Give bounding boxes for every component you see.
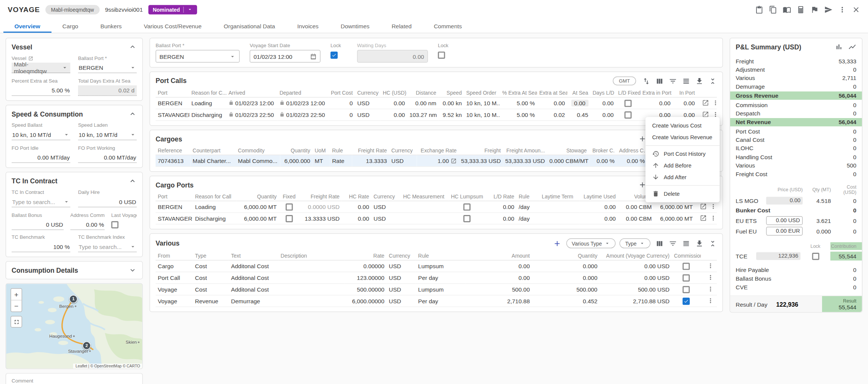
column-header[interactable]: Rule (517, 192, 539, 201)
column-header[interactable]: Text (229, 252, 278, 260)
checkbox[interactable] (463, 215, 471, 222)
last-voyage-checkbox[interactable] (111, 221, 118, 229)
kebab-menu-icon[interactable] (710, 203, 717, 210)
column-header[interactable]: Freight (459, 146, 503, 155)
column-header[interactable]: Freight Rate (300, 192, 342, 201)
columns-icon[interactable] (656, 77, 664, 85)
checkbox[interactable] (286, 203, 293, 210)
tab-various-cost-revenue[interactable]: Various Cost/Revenue (133, 19, 212, 33)
kebab-menu-icon[interactable] (707, 262, 714, 269)
open-in-new-icon[interactable] (28, 56, 33, 61)
map-attribution[interactable]: Leaflet | © OpenStreetMap © CARTO (73, 364, 142, 369)
filter-chip-type[interactable]: Type (620, 238, 651, 248)
open-in-new-icon[interactable] (451, 158, 457, 164)
sort-icon[interactable] (642, 77, 650, 85)
table-row[interactable]: STAVANGERDischarging6,000.00 MT13.3333 U… (156, 213, 717, 224)
column-header[interactable]: Rate (345, 252, 387, 260)
collapse-panel-icon[interactable] (128, 177, 137, 185)
table-row[interactable]: CargoCostAdditonal Cost0.00000USDLumpsum… (156, 260, 717, 272)
checkbox[interactable] (625, 111, 632, 118)
checkbox[interactable] (463, 203, 471, 210)
column-header[interactable]: Amount (Voyage Currency) (600, 252, 672, 260)
table-row[interactable]: 70743613Mabl Charter...Mabl Commo...6,00… (156, 155, 717, 167)
lock-waiting-checkbox[interactable] (438, 52, 445, 59)
column-header[interactable]: In Port (673, 89, 697, 97)
collapse-icon[interactable] (709, 77, 717, 85)
column-header[interactable]: Days L/D (590, 89, 616, 97)
vessel-chip[interactable]: Mabl-mloeqmdtqw (46, 5, 99, 14)
column-header[interactable]: L/D Fixed (616, 89, 640, 97)
column-header[interactable]: At Sea (567, 89, 591, 97)
column-header[interactable] (701, 252, 717, 260)
column-header[interactable]: Currency (371, 192, 401, 201)
table-row[interactable]: BERGENLoading01/02/23 12:0001/02/23 12:0… (156, 97, 717, 109)
open-in-new-icon[interactable] (700, 214, 707, 221)
checkbox[interactable] (683, 286, 690, 293)
checkbox[interactable] (625, 100, 632, 107)
filter-icon[interactable] (669, 239, 677, 247)
kebab-menu-icon[interactable] (707, 297, 714, 304)
column-header[interactable]: Quantity (280, 146, 312, 155)
book-icon[interactable] (783, 5, 791, 14)
menu-item-port-cost-history[interactable]: Port Cost History (645, 148, 720, 160)
checkbox[interactable] (286, 215, 293, 222)
speed-ballast-select[interactable]: 10 kn, 10 MT/d (12, 130, 70, 140)
columns-icon[interactable] (656, 239, 664, 247)
add-various-button[interactable] (553, 239, 561, 247)
lock-start-checkbox[interactable] (330, 52, 338, 59)
filter-icon[interactable] (669, 77, 677, 85)
fo-port-idle-input[interactable]: 0.00 MT/day (12, 152, 70, 163)
percent-extra-input[interactable]: 5.00 % (12, 85, 70, 96)
column-header[interactable]: % Extra At Sea (500, 89, 537, 97)
column-header[interactable]: Counterpart (190, 146, 235, 155)
column-header[interactable]: HC (USD) (381, 89, 407, 97)
tab-comments[interactable]: Comments (423, 19, 473, 33)
fo-port-working-input[interactable]: 0.00 MT/day (78, 152, 137, 163)
speed-laden-select[interactable]: 10 kn, 10 MT/d (78, 130, 137, 140)
open-in-new-icon[interactable] (700, 203, 707, 210)
ballast-port-select[interactable]: BERGEN (78, 63, 137, 73)
column-header[interactable]: Fixed (279, 192, 300, 201)
column-header[interactable] (697, 89, 717, 97)
checkbox[interactable] (683, 274, 690, 281)
status-badge[interactable]: Nominated (148, 5, 197, 14)
ballast-port-select[interactable]: BERGEN (156, 50, 240, 63)
column-header[interactable]: Reason for C... (189, 89, 226, 97)
kebab-menu-icon[interactable] (710, 214, 717, 221)
column-header[interactable]: Commodity (236, 146, 280, 155)
tab-bunkers[interactable]: Bunkers (89, 19, 133, 33)
column-header[interactable]: Currency (387, 252, 416, 260)
menu-item-create-various-revenue[interactable]: Create Various Revenue (645, 131, 720, 143)
column-header[interactable]: Departed (277, 89, 328, 97)
menu-item-create-various-cost[interactable]: Create Various Cost (645, 120, 720, 131)
tab-related[interactable]: Related (381, 19, 423, 33)
menu-item-add-after[interactable]: Add After (645, 171, 720, 183)
density-icon[interactable] (682, 77, 690, 85)
column-header[interactable]: Port Cost (329, 89, 355, 97)
column-header[interactable]: Type (193, 252, 229, 260)
kebab-menu-icon[interactable] (838, 5, 847, 14)
table-row[interactable]: BERGENLoading6,000.00 MT0.0000 USD0.00US… (156, 201, 717, 213)
voyage-start-date-input[interactable]: 01/02/23 12:00 (250, 50, 321, 63)
tab-cargo[interactable]: Cargo (51, 19, 89, 33)
column-header[interactable]: HC Lumpsum (448, 192, 486, 201)
kebab-menu-icon[interactable] (712, 99, 717, 106)
column-header[interactable]: HC Rate (342, 192, 371, 201)
column-header[interactable]: Extra in Port (640, 89, 672, 97)
column-header[interactable]: Commission (672, 252, 701, 260)
collapse-panel-icon[interactable] (128, 43, 137, 51)
map-panel[interactable]: 1 2 Bergen Haugesund Stavanger Skien + −… (6, 283, 143, 369)
column-header[interactable]: Quantity (532, 252, 599, 260)
column-header[interactable]: From (156, 252, 193, 260)
bunker-price-input[interactable]: 0.00 (766, 197, 803, 204)
checkbox[interactable] (683, 263, 690, 270)
collapse-icon[interactable] (709, 239, 717, 247)
open-in-new-icon[interactable] (702, 99, 709, 106)
table-row[interactable]: STAVANGERDischarging01/02/23 22:5001/02/… (156, 109, 717, 121)
zoom-in-button[interactable]: + (11, 289, 21, 300)
table-row[interactable]: Port CallCostAdditonal Cost123.00000USDP… (156, 272, 717, 284)
emission-price-input[interactable]: 0.00 EUR (766, 227, 803, 236)
column-header[interactable]: Arrived (226, 89, 277, 97)
column-header[interactable]: Address C. (617, 146, 647, 155)
column-header[interactable]: Reference (156, 146, 191, 155)
